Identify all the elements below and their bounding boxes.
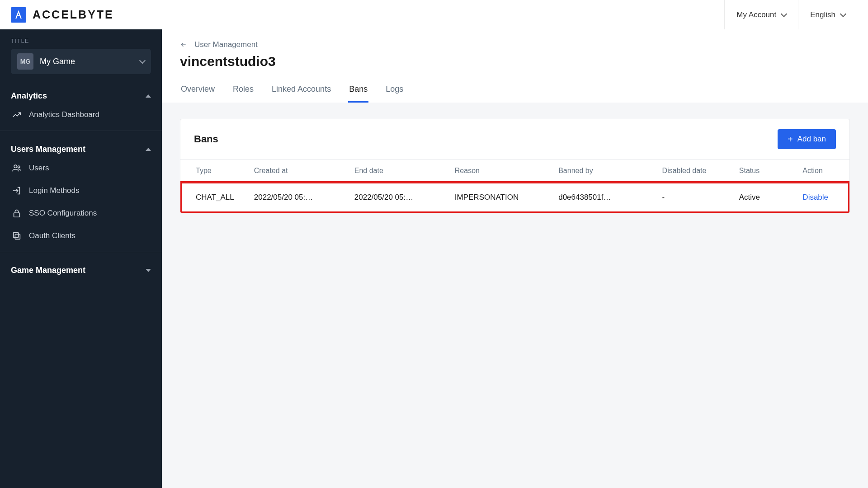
game-badge: MG bbox=[17, 53, 33, 70]
caret-up-icon bbox=[146, 148, 151, 151]
account-dropdown[interactable]: My Account bbox=[724, 0, 798, 29]
sidebar-item-label: Login Methods bbox=[29, 186, 80, 195]
game-name: My Game bbox=[40, 57, 75, 66]
column-header: Banned by bbox=[558, 160, 662, 183]
nav-section-analytics[interactable]: Analytics bbox=[0, 82, 162, 103]
divider bbox=[0, 252, 162, 252]
column-header: End date bbox=[354, 160, 455, 183]
language-dropdown[interactable]: English bbox=[798, 0, 857, 29]
language-label: English bbox=[810, 10, 835, 19]
top-right-menu: My Account English bbox=[724, 0, 857, 29]
tabs: OverviewRolesLinked AccountsBansLogs bbox=[180, 77, 850, 103]
sidebar-item-analytics-dashboard[interactable]: Analytics Dashboard bbox=[0, 103, 162, 126]
logo[interactable]: ACCELBYTE bbox=[11, 7, 114, 23]
page-header: User Management vincentstudio3 OverviewR… bbox=[162, 29, 868, 103]
column-header: Reason bbox=[455, 160, 558, 183]
page-title: vincentstudio3 bbox=[180, 54, 850, 69]
table-row: CHAT_ALL2022/05/20 05:…2022/05/20 05:…IM… bbox=[180, 182, 849, 213]
chevron-down-icon bbox=[139, 57, 146, 64]
svg-rect-2 bbox=[14, 213, 20, 217]
top-header: ACCELBYTE My Account English bbox=[0, 0, 868, 29]
sidebar-item-label: SSO Configurations bbox=[29, 209, 97, 218]
logo-icon bbox=[11, 7, 26, 23]
column-header: Type bbox=[180, 160, 254, 183]
table-cell-action: Disable bbox=[802, 182, 849, 213]
table-cell: d0e6438501f… bbox=[558, 182, 662, 213]
svg-point-1 bbox=[18, 166, 20, 168]
plus-icon: + bbox=[788, 135, 793, 144]
nav-section-game[interactable]: Game Management bbox=[0, 257, 162, 278]
card-header: Bans + Add ban bbox=[180, 119, 849, 159]
column-header: Action bbox=[802, 160, 849, 183]
bans-card: Bans + Add ban TypeCreated atEnd dateRea… bbox=[180, 119, 850, 213]
table-cell: IMPERSONATION bbox=[455, 182, 558, 213]
sidebar: TITLE MG My Game Analytics Analytics Das… bbox=[0, 29, 162, 488]
chart-icon bbox=[12, 110, 22, 120]
account-label: My Account bbox=[736, 10, 776, 19]
column-header: Status bbox=[739, 160, 803, 183]
sidebar-item-users[interactable]: Users bbox=[0, 157, 162, 179]
divider bbox=[0, 131, 162, 131]
tab-linked-accounts[interactable]: Linked Accounts bbox=[271, 77, 332, 103]
card-title: Bans bbox=[194, 133, 218, 145]
table-cell: - bbox=[662, 182, 739, 213]
bans-table: TypeCreated atEnd dateReasonBanned byDis… bbox=[180, 159, 849, 213]
nav-section-users[interactable]: Users Management bbox=[0, 136, 162, 157]
add-ban-label: Add ban bbox=[797, 135, 826, 144]
svg-rect-3 bbox=[14, 233, 19, 238]
column-header: Created at bbox=[254, 160, 354, 183]
sidebar-item-label: Oauth Clients bbox=[29, 231, 75, 240]
table-cell: 2022/05/20 05:… bbox=[354, 182, 455, 213]
table-cell: Active bbox=[739, 182, 803, 213]
sidebar-item-oauth[interactable]: Oauth Clients bbox=[0, 225, 162, 247]
table-cell: 2022/05/20 05:… bbox=[254, 182, 354, 213]
sidebar-item-label: Analytics Dashboard bbox=[29, 110, 99, 119]
breadcrumb-label: User Management bbox=[194, 40, 258, 49]
column-header: Disabled date bbox=[662, 160, 739, 183]
table-cell: CHAT_ALL bbox=[180, 182, 254, 213]
tab-roles[interactable]: Roles bbox=[232, 77, 255, 103]
tab-logs[interactable]: Logs bbox=[385, 77, 404, 103]
sidebar-item-sso[interactable]: SSO Configurations bbox=[0, 202, 162, 225]
tab-overview[interactable]: Overview bbox=[180, 77, 216, 103]
chevron-down-icon bbox=[840, 10, 846, 17]
logo-text: ACCELBYTE bbox=[33, 8, 114, 21]
add-ban-button[interactable]: + Add ban bbox=[778, 129, 836, 149]
breadcrumb-back[interactable]: User Management bbox=[180, 40, 850, 49]
game-selector[interactable]: MG My Game bbox=[11, 49, 151, 74]
login-icon bbox=[12, 186, 22, 196]
caret-down-icon bbox=[146, 269, 151, 272]
chevron-down-icon bbox=[781, 10, 787, 17]
title-label: TITLE bbox=[0, 38, 162, 49]
disable-link[interactable]: Disable bbox=[802, 193, 828, 202]
arrow-left-icon bbox=[180, 41, 187, 48]
lock-icon bbox=[12, 208, 22, 218]
main-content: User Management vincentstudio3 OverviewR… bbox=[162, 29, 868, 488]
sidebar-item-label: Users bbox=[29, 164, 49, 173]
clients-icon bbox=[12, 231, 22, 241]
tab-bans[interactable]: Bans bbox=[348, 77, 368, 103]
users-icon bbox=[12, 163, 22, 173]
sidebar-item-login-methods[interactable]: Login Methods bbox=[0, 179, 162, 202]
caret-up-icon bbox=[146, 94, 151, 98]
svg-rect-4 bbox=[15, 234, 20, 239]
svg-point-0 bbox=[14, 165, 17, 168]
